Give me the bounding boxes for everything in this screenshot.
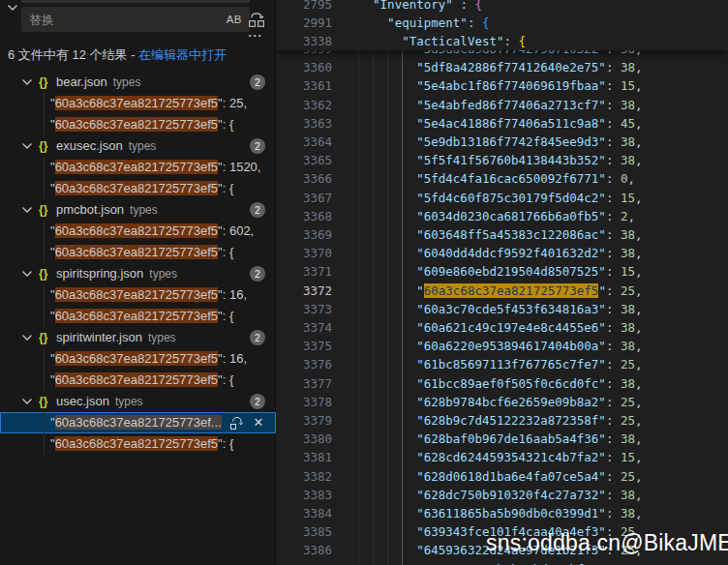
code-line[interactable]: 3382 "628d0618d1ba6e4fa07ce5a4": 25, — [276, 467, 728, 486]
code-text[interactable]: "5e4ac41886f77406a511c9a8": 45, — [358, 114, 643, 133]
code-line[interactable]: 3383 "628dc750b910320f4c27a732": 38, — [276, 486, 728, 504]
sticky-scroll[interactable]: 2795 "Inventory" : {2991 "equipment": {3… — [276, 0, 728, 50]
sticky-line[interactable]: 2795 "Inventory" : { — [276, 0, 728, 14]
code-line[interactable]: 3366 "5fd4c4fa16cac650092f6771": 0, — [276, 169, 728, 188]
code-line[interactable]: 3377 "61bcc89aef0f505f0c6cd0fc": 38, — [276, 374, 728, 393]
json-value: 25 — [621, 413, 635, 428]
code-text[interactable]: "60a3c70cde5f453f634816a3": 38, — [358, 300, 643, 318]
code-text[interactable]: "628cd624459354321c4b7fa2": 15, — [358, 448, 643, 466]
search-match-row[interactable]: "60a3c68c37ea821725773ef5": 1520, — [0, 157, 276, 178]
json-editor[interactable]: 3359 "5d5d8ca986f7742798710522": 38,3360… — [276, 0, 728, 565]
code-line[interactable]: 3365 "5f5f41f56760b4138443b352": 38, — [276, 151, 728, 169]
code-text[interactable]: "5e9db13186f7742f845ee9d3": 38, — [358, 133, 643, 151]
search-match-row[interactable]: "60a3c68c37ea821725773ef5": { — [0, 370, 276, 391]
code-line[interactable]: 3375 "60a6220e953894617404b00a": 38, — [276, 337, 728, 355]
open-in-editor-link[interactable]: 在编辑器中打开 — [138, 47, 227, 62]
code-line[interactable]: 3362 "5e4abfed86f77406a2713cf7": 38, — [276, 96, 728, 114]
code-text[interactable]: "64a5366719bab53bd203bf33": 25, — [358, 560, 643, 565]
code-text[interactable]: "5e4abc1f86f774069619fbaa": 15, — [358, 76, 643, 95]
code-line[interactable]: 3381 "628cd624459354321c4b7fa2": 15, — [276, 448, 728, 466]
code-text[interactable]: "6040dd4ddcf9592f401632d2": 38, — [358, 244, 643, 262]
code-line[interactable]: 3360 "5df8a42886f77412640e2e75": 38, — [276, 58, 728, 76]
line-number: 3367 — [276, 189, 332, 207]
code-line[interactable]: 3387 "64a5366719bab53bd203bf33": 25, — [276, 560, 728, 565]
replace-input[interactable] — [21, 7, 219, 32]
code-line[interactable]: 3364 "5e9db13186f7742f845ee9d3": 38, — [276, 133, 728, 151]
line-number: 3365 — [276, 151, 332, 169]
code-line[interactable]: 3368 "6034d0230ca681766b6a0fb5": 2, — [276, 207, 728, 225]
file-row[interactable]: {}usec.jsontypes2 — [0, 391, 276, 412]
json-key: "5e9db13186f7742f845ee9d3" — [416, 134, 606, 149]
sticky-line[interactable]: 2991 "equipment": { — [276, 14, 728, 32]
search-match-row[interactable]: "60a3c68c37ea821725773ef5": { — [0, 306, 276, 327]
code-text[interactable]: "628b9c7d45122232a872358f": 25, — [358, 411, 643, 430]
code-line[interactable]: 3370 "6040dd4ddcf9592f401632d2": 38, — [276, 244, 728, 262]
code-line[interactable]: 3371 "609e860ebd219504d8507525": 15, — [276, 262, 728, 281]
sticky-line[interactable]: 3338 "TacticalVest": { — [276, 32, 728, 50]
file-row[interactable]: {}bear.jsontypes2 — [0, 72, 276, 93]
json-value: 38 — [621, 153, 635, 167]
code-line[interactable]: 3378 "628b9784bcf6e2659e09b8a2": 25, — [276, 393, 728, 411]
code-text[interactable]: "5fd4c4fa16cac650092f6771": 0, — [358, 169, 635, 188]
code-text[interactable]: "628dc750b910320f4c27a732": 38, — [358, 486, 643, 504]
replace-all-button[interactable] — [248, 11, 269, 30]
code-text[interactable]: "5fd4c60f875c30179f5d04c2": 15, — [358, 189, 643, 207]
code-text[interactable]: "60a621c49c197e4e8c4455e6": 38, — [358, 318, 643, 337]
code-line[interactable]: 3379 "628b9c7d45122232a872358f": 25, — [276, 411, 728, 430]
search-match-row[interactable]: "60a3c68c37ea821725773ef5": { — [0, 433, 276, 455]
code-line[interactable]: 3372 "60a3c68c37ea821725773ef5": 25, — [276, 282, 728, 300]
code-text[interactable]: "628d0618d1ba6e4fa07ce5a4": 25, — [358, 467, 643, 486]
json-key: "628dc750b910320f4c27a732" — [416, 488, 606, 502]
code-text[interactable]: "60a6220e953894617404b00a": 38, — [358, 337, 643, 355]
file-row[interactable]: {}pmcbot.jsontypes2 — [0, 199, 276, 221]
preserve-case-toggle[interactable]: AB — [225, 11, 244, 28]
search-match-row[interactable]: "60a3c68c37ea821725773ef5": 16, — [0, 284, 276, 306]
code-text[interactable]: "60a3c68c37ea821725773ef5": 25, — [358, 282, 643, 300]
search-match-row[interactable]: "60a3c68c37ea821725773ef5": 25, — [0, 93, 276, 114]
toggle-replace-chevron-icon[interactable] — [5, 0, 20, 15]
file-folder-label: types — [130, 203, 158, 217]
code-text[interactable]: "5f5f41f56760b4138443b352": 38, — [358, 151, 643, 169]
dismiss-match-icon[interactable]: ✕ — [251, 415, 266, 431]
code-text[interactable]: "61bcc89aef0f505f0c6cd0fc": 38, — [358, 374, 643, 393]
line-number: 3372 — [276, 282, 332, 300]
search-match-row[interactable]: "60a3c68c37ea821725773ef5": 602, — [0, 221, 276, 242]
search-match-row[interactable]: "60a3c68c37ea821725773ef5": { — [0, 178, 276, 199]
code-text[interactable]: "5df8a42886f77412640e2e75": 38, — [358, 58, 643, 76]
code-text[interactable]: "628b9784bcf6e2659e09b8a2": 25, — [358, 393, 643, 411]
code-text[interactable]: "5e4abfed86f77406a2713cf7": 38, — [358, 96, 643, 114]
json-braces-icon: {} — [39, 199, 47, 221]
code-text[interactable]: "6034d0230ca681766b6a0fb5": 2, — [358, 207, 635, 225]
code-line[interactable]: 3384 "63611865ba5b90db0c0399d1": 38, — [276, 504, 728, 522]
replace-match-icon[interactable] — [228, 415, 244, 431]
search-match-row[interactable]: "60a3c68c37ea821725773ef5": 16, — [0, 348, 276, 370]
code-line[interactable]: 3367 "5fd4c60f875c30179f5d04c2": 15, — [276, 189, 728, 207]
colon: : — [606, 488, 621, 502]
code-text[interactable]: "63611865ba5b90db0c0399d1": 38, — [358, 504, 643, 522]
more-actions-button[interactable]: ··· — [244, 29, 267, 43]
indent — [358, 524, 416, 539]
file-row[interactable]: {}exusec.jsontypes2 — [0, 135, 276, 157]
code-line[interactable]: 3380 "628baf0b967de16aab5a4f36": 38, — [276, 430, 728, 448]
file-row[interactable]: {}spiritspring.jsontypes2 — [0, 263, 276, 284]
code-line[interactable]: 3374 "60a621c49c197e4e8c4455e6": 38, — [276, 318, 728, 337]
json-key: "5e4ac41886f77406a511c9a8" — [416, 116, 606, 131]
code-line[interactable]: 3376 "61bc85697113f767765c7fe7": 25, — [276, 355, 728, 373]
search-input-clipped[interactable] — [21, 0, 250, 3]
code-text[interactable]: "61bc85697113f767765c7fe7": 25, — [358, 355, 643, 373]
search-match-row[interactable]: "60a3c68c37ea821725773ef...✕ — [0, 412, 276, 433]
code-line[interactable]: 3369 "603648ff5a45383c122086ac": 38, — [276, 225, 728, 244]
code-text[interactable]: "603648ff5a45383c122086ac": 38, — [358, 225, 643, 244]
code-line[interactable]: 3373 "60a3c70cde5f453f634816a3": 38, — [276, 300, 728, 318]
tree-indent-guide — [44, 306, 45, 327]
search-match-row[interactable]: "60a3c68c37ea821725773ef5": { — [0, 242, 276, 263]
file-row[interactable]: {}spiritwinter.jsontypes2 — [0, 327, 276, 348]
code-text[interactable]: "628baf0b967de16aab5a4f36": 38, — [358, 430, 643, 448]
code-text: "equipment": { — [358, 14, 490, 32]
current-find-match: 60a3c68c37ea821725773ef5 — [424, 283, 599, 298]
code-line[interactable]: 3363 "5e4ac41886f77406a511c9a8": 45, — [276, 114, 728, 133]
search-match-row[interactable]: "60a3c68c37ea821725773ef5": { — [0, 114, 276, 135]
code-text[interactable]: "609e860ebd219504d8507525": 15, — [358, 262, 643, 281]
chevron-down-icon — [19, 202, 35, 218]
code-line[interactable]: 3361 "5e4abc1f86f774069619fbaa": 15, — [276, 76, 728, 95]
